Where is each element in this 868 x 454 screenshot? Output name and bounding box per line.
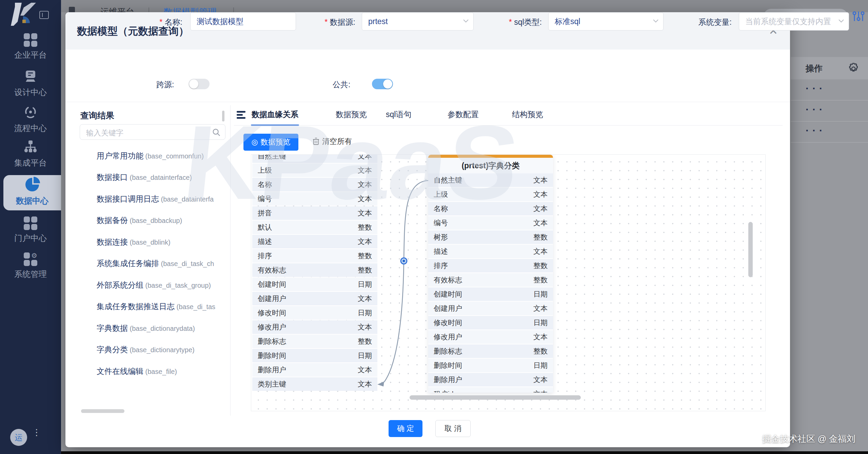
- sidebar-item-5[interactable]: 数据中心: [3, 175, 61, 210]
- keyword-search-input[interactable]: 输入关键字: [80, 124, 225, 140]
- app-logo-icon[interactable]: [10, 3, 37, 26]
- avatar[interactable]: 运: [10, 429, 27, 446]
- entity-field-row[interactable]: 自然主键文本: [428, 173, 553, 187]
- entity-field-row[interactable]: 描述文本: [428, 245, 553, 258]
- sysvar-select[interactable]: 当前系统变量仅支持内置: [739, 12, 849, 31]
- entity-field-row[interactable]: 树形整数: [428, 230, 553, 244]
- search-icon[interactable]: [212, 128, 220, 136]
- gear-icon[interactable]: [848, 62, 860, 74]
- public-toggle[interactable]: [372, 79, 393, 89]
- query-result-item[interactable]: 系统集成任务编排 (base_di_task_ch: [97, 258, 214, 269]
- query-result-item[interactable]: 数据接口 (base_datainterface): [97, 172, 192, 183]
- entity-field-row[interactable]: 描述文本: [252, 235, 377, 248]
- entity-field-row[interactable]: 删除时间日期: [252, 349, 377, 362]
- data-model-dialog: 数据模型（元数据查询） ✕ 名称: 测试数据模型 数据源: prtest sql…: [65, 12, 790, 447]
- sidebar-item-2[interactable]: 设计中心: [0, 69, 61, 102]
- tab-1[interactable]: 数据血缘关系: [252, 109, 298, 120]
- sidebar-item-3[interactable]: 流程中心: [0, 105, 61, 138]
- name-field-label: 名称:: [132, 17, 182, 27]
- tab-2[interactable]: 数据预览: [336, 109, 367, 120]
- entity-field-row[interactable]: 有效标志整数: [428, 273, 553, 287]
- vertical-scrollbar-thumb[interactable]: [222, 111, 224, 121]
- entity-field-row[interactable]: 类别主键文本: [252, 377, 377, 391]
- clear-all-button[interactable]: 清空所有: [313, 136, 352, 147]
- field-name: 删除时间: [434, 361, 462, 370]
- sidebar-item-1[interactable]: 企业平台: [0, 33, 61, 67]
- entity-field-row[interactable]: 名称文本: [252, 178, 377, 191]
- entity-field-row[interactable]: 删除用户文本: [252, 363, 377, 377]
- entity-field-row[interactable]: 删除标志整数: [428, 344, 553, 358]
- entity-field-row[interactable]: 修改用户文本: [252, 320, 377, 334]
- entity-field-row[interactable]: 编号文本: [428, 216, 553, 230]
- query-result-item[interactable]: 集成任务数据推送日志 (base_di_tas: [97, 301, 215, 312]
- filter-sliders-icon[interactable]: [852, 10, 865, 23]
- row-more-actions-button[interactable]: ···: [806, 125, 826, 136]
- sidebar-item-6[interactable]: 门户中心: [0, 216, 61, 250]
- query-result-item[interactable]: 字典分类 (base_dictionarytype): [97, 344, 195, 355]
- entity-field-row[interactable]: 上级文本: [252, 164, 377, 177]
- entity-field-row[interactable]: 修改时间日期: [252, 306, 377, 320]
- entity-field-row[interactable]: 自然主键文本: [252, 154, 377, 163]
- topbar-tab[interactable]: 运维平台: [100, 6, 134, 12]
- row-more-actions-button[interactable]: ···: [806, 104, 826, 115]
- sidebar-item-label: 门户中心: [0, 233, 61, 244]
- query-result-item[interactable]: 数据连接 (base_dblink): [97, 237, 171, 247]
- confirm-button[interactable]: 确 定: [389, 420, 422, 437]
- field-name: 自然主键: [434, 175, 462, 185]
- sidebar-item-4[interactable]: 集成平台: [0, 139, 61, 173]
- horizontal-scrollbar-thumb[interactable]: [81, 409, 124, 413]
- entity-field-row[interactable]: 创建用户文本: [252, 292, 377, 305]
- entity-field-row[interactable]: 编号文本: [252, 192, 377, 206]
- query-result-item[interactable]: 字典数据 (base_dictionarydata): [97, 323, 195, 334]
- entity-field-row[interactable]: 创建时间日期: [252, 278, 377, 291]
- list-menu-icon[interactable]: [237, 111, 247, 119]
- entity-field-row[interactable]: 排序整数: [252, 249, 377, 263]
- entity-field-row[interactable]: 修改时间日期: [428, 316, 553, 329]
- field-type: 文本: [358, 208, 372, 218]
- entity-field-row[interactable]: 创建时间日期: [428, 287, 553, 301]
- field-name: 名称: [434, 204, 448, 213]
- sidebar-item-7[interactable]: ⚙系统管理: [0, 252, 61, 286]
- cancel-button[interactable]: 取 消: [435, 420, 471, 437]
- tab-4[interactable]: 参数配置: [448, 109, 479, 120]
- datasource-select[interactable]: prtest: [362, 12, 474, 31]
- entity-field-row[interactable]: 删除时间日期: [428, 359, 553, 372]
- sqltype-select[interactable]: 标准sql: [548, 12, 664, 31]
- system-gear-icon: ⚙: [24, 252, 37, 266]
- collapse-sidebar-icon[interactable]: [39, 11, 49, 19]
- entity-field-row[interactable]: 排序整数: [428, 259, 553, 272]
- data-preview-button[interactable]: ◎数据预览: [243, 134, 298, 151]
- entity-field-row[interactable]: 上级文本: [428, 188, 553, 201]
- field-name: 有效标志: [258, 265, 286, 275]
- entity-field-row[interactable]: 默认整数: [252, 221, 377, 234]
- vertical-scrollbar-thumb[interactable]: [748, 222, 753, 277]
- field-name: 描述: [258, 237, 272, 246]
- entity-field-row[interactable]: 拼音文本: [252, 206, 377, 220]
- entity-field-row[interactable]: 名称文本: [428, 202, 553, 215]
- field-type: 文本: [358, 154, 372, 161]
- cross-source-toggle[interactable]: [189, 79, 210, 89]
- query-result-item[interactable]: 数据接口调用日志 (base_datainterfa: [97, 194, 214, 204]
- sidebar-item-label: 数据中心: [3, 195, 61, 206]
- entity-field-row[interactable]: 删除标志整数: [252, 335, 377, 348]
- lineage-canvas[interactable]: 自然主键文本上级文本名称文本编号文本拼音文本默认整数描述文本排序整数有效标志整数…: [251, 154, 766, 411]
- entity-field-row[interactable]: 创建用户文本: [428, 302, 553, 315]
- source-entity-table: 自然主键文本上级文本名称文本编号文本拼音文本默认整数描述文本排序整数有效标志整数…: [252, 154, 377, 392]
- enterprise-grid-icon: [24, 33, 37, 47]
- sidebar-more-menu-icon[interactable]: ⋮: [32, 430, 39, 447]
- tab-5[interactable]: 结构预览: [512, 109, 543, 120]
- row-more-actions-button[interactable]: ···: [806, 83, 826, 94]
- horizontal-scrollbar-thumb[interactable]: [410, 395, 581, 400]
- query-result-item[interactable]: 文件在线编辑 (base_file): [97, 366, 177, 377]
- tab-3[interactable]: sql语句: [386, 109, 411, 120]
- query-result-item[interactable]: 外部系统分组 (base_di_task_group): [97, 280, 211, 290]
- topbar-tab-active[interactable]: 数据模型管理: [164, 6, 217, 12]
- home-icon[interactable]: [69, 7, 75, 12]
- entity-field-row[interactable]: 有效标志整数: [252, 263, 377, 277]
- entity-field-row[interactable]: 租户id文本: [428, 387, 553, 393]
- query-result-item[interactable]: 数据备份 (base_dbbackup): [97, 215, 182, 226]
- entity-field-row[interactable]: 删除用户文本: [428, 373, 553, 386]
- entity-field-row[interactable]: 修改用户文本: [428, 330, 553, 344]
- name-input[interactable]: 测试数据模型: [190, 12, 296, 31]
- query-result-item[interactable]: 用户常用功能 (base_commonfun): [97, 151, 204, 161]
